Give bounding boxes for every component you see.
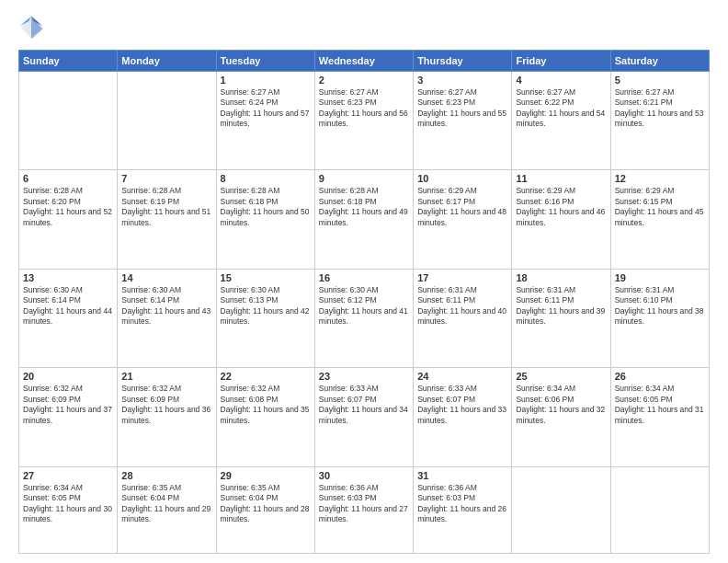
calendar-cell: 16Sunrise: 6:30 AM Sunset: 6:12 PM Dayli… <box>314 269 413 367</box>
calendar-cell: 7Sunrise: 6:28 AM Sunset: 6:19 PM Daylig… <box>118 170 216 269</box>
calendar-cell: 15Sunrise: 6:30 AM Sunset: 6:13 PM Dayli… <box>216 269 314 367</box>
day-info: Sunrise: 6:30 AM Sunset: 6:13 PM Dayligh… <box>221 285 311 327</box>
calendar-header-saturday: Saturday <box>610 51 709 72</box>
calendar-cell: 23Sunrise: 6:33 AM Sunset: 6:07 PM Dayli… <box>314 368 413 466</box>
calendar-cell: 5Sunrise: 6:27 AM Sunset: 6:21 PM Daylig… <box>610 72 709 170</box>
day-number: 7 <box>121 173 211 184</box>
calendar-cell: 6Sunrise: 6:28 AM Sunset: 6:20 PM Daylig… <box>19 170 118 269</box>
day-number: 2 <box>319 75 409 86</box>
day-info: Sunrise: 6:28 AM Sunset: 6:18 PM Dayligh… <box>319 186 409 228</box>
calendar-header-friday: Friday <box>512 51 610 72</box>
calendar-week-row: 13Sunrise: 6:30 AM Sunset: 6:14 PM Dayli… <box>19 269 710 367</box>
day-info: Sunrise: 6:36 AM Sunset: 6:03 PM Dayligh… <box>417 483 507 525</box>
calendar-cell <box>19 72 118 170</box>
day-number: 26 <box>615 371 705 382</box>
day-number: 3 <box>417 75 507 86</box>
day-info: Sunrise: 6:32 AM Sunset: 6:08 PM Dayligh… <box>221 384 311 426</box>
day-number: 14 <box>121 272 211 283</box>
calendar-header-monday: Monday <box>118 51 216 72</box>
day-number: 16 <box>319 272 409 283</box>
calendar-cell: 31Sunrise: 6:36 AM Sunset: 6:03 PM Dayli… <box>414 466 512 553</box>
day-info: Sunrise: 6:28 AM Sunset: 6:18 PM Dayligh… <box>221 186 311 228</box>
day-info: Sunrise: 6:29 AM Sunset: 6:16 PM Dayligh… <box>516 186 606 228</box>
calendar-week-row: 20Sunrise: 6:32 AM Sunset: 6:09 PM Dayli… <box>19 368 710 466</box>
day-number: 15 <box>221 272 311 283</box>
calendar-cell: 20Sunrise: 6:32 AM Sunset: 6:09 PM Dayli… <box>19 368 118 466</box>
calendar-cell <box>118 72 216 170</box>
calendar-cell: 8Sunrise: 6:28 AM Sunset: 6:18 PM Daylig… <box>216 170 314 269</box>
day-info: Sunrise: 6:27 AM Sunset: 6:23 PM Dayligh… <box>417 87 507 130</box>
day-info: Sunrise: 6:33 AM Sunset: 6:07 PM Dayligh… <box>417 384 507 426</box>
day-number: 19 <box>615 272 705 283</box>
day-info: Sunrise: 6:29 AM Sunset: 6:15 PM Dayligh… <box>615 186 705 228</box>
day-number: 5 <box>615 75 705 86</box>
day-number: 13 <box>23 272 113 283</box>
day-number: 18 <box>516 272 606 283</box>
day-info: Sunrise: 6:31 AM Sunset: 6:10 PM Dayligh… <box>615 285 705 327</box>
day-number: 6 <box>23 173 113 184</box>
day-info: Sunrise: 6:27 AM Sunset: 6:22 PM Dayligh… <box>516 87 606 130</box>
day-number: 9 <box>319 173 409 184</box>
day-info: Sunrise: 6:28 AM Sunset: 6:19 PM Dayligh… <box>121 186 211 228</box>
calendar-cell: 22Sunrise: 6:32 AM Sunset: 6:08 PM Dayli… <box>216 368 314 466</box>
calendar-header-thursday: Thursday <box>414 51 512 72</box>
day-info: Sunrise: 6:29 AM Sunset: 6:17 PM Dayligh… <box>417 186 507 228</box>
calendar-cell: 1Sunrise: 6:27 AM Sunset: 6:24 PM Daylig… <box>216 72 314 170</box>
calendar-cell: 27Sunrise: 6:34 AM Sunset: 6:05 PM Dayli… <box>19 466 118 553</box>
calendar-week-row: 1Sunrise: 6:27 AM Sunset: 6:24 PM Daylig… <box>19 72 710 170</box>
day-number: 11 <box>516 173 606 184</box>
calendar-cell: 2Sunrise: 6:27 AM Sunset: 6:23 PM Daylig… <box>314 72 413 170</box>
calendar-cell: 25Sunrise: 6:34 AM Sunset: 6:06 PM Dayli… <box>512 368 610 466</box>
day-number: 29 <box>221 470 311 481</box>
calendar-cell: 10Sunrise: 6:29 AM Sunset: 6:17 PM Dayli… <box>414 170 512 269</box>
day-number: 27 <box>23 470 113 481</box>
day-info: Sunrise: 6:27 AM Sunset: 6:24 PM Dayligh… <box>221 87 311 130</box>
calendar-cell: 19Sunrise: 6:31 AM Sunset: 6:10 PM Dayli… <box>610 269 709 367</box>
calendar-cell: 21Sunrise: 6:32 AM Sunset: 6:09 PM Dayli… <box>118 368 216 466</box>
header <box>18 15 710 40</box>
calendar-header-sunday: Sunday <box>19 51 118 72</box>
day-info: Sunrise: 6:35 AM Sunset: 6:04 PM Dayligh… <box>121 483 211 525</box>
day-info: Sunrise: 6:33 AM Sunset: 6:07 PM Dayligh… <box>319 384 409 426</box>
day-info: Sunrise: 6:27 AM Sunset: 6:21 PM Dayligh… <box>615 87 705 130</box>
calendar-header-row: SundayMondayTuesdayWednesdayThursdayFrid… <box>19 51 710 72</box>
day-number: 22 <box>221 371 311 382</box>
day-info: Sunrise: 6:34 AM Sunset: 6:05 PM Dayligh… <box>615 384 705 426</box>
day-info: Sunrise: 6:28 AM Sunset: 6:20 PM Dayligh… <box>23 186 113 228</box>
calendar-cell: 30Sunrise: 6:36 AM Sunset: 6:03 PM Dayli… <box>314 466 413 553</box>
calendar-cell: 29Sunrise: 6:35 AM Sunset: 6:04 PM Dayli… <box>216 466 314 553</box>
day-number: 21 <box>121 371 211 382</box>
day-info: Sunrise: 6:36 AM Sunset: 6:03 PM Dayligh… <box>319 483 409 525</box>
calendar-cell: 14Sunrise: 6:30 AM Sunset: 6:14 PM Dayli… <box>118 269 216 367</box>
day-info: Sunrise: 6:34 AM Sunset: 6:05 PM Dayligh… <box>23 483 113 525</box>
day-info: Sunrise: 6:31 AM Sunset: 6:11 PM Dayligh… <box>417 285 507 327</box>
calendar: SundayMondayTuesdayWednesdayThursdayFrid… <box>18 50 710 554</box>
calendar-header-tuesday: Tuesday <box>216 51 314 72</box>
svg-marker-1 <box>31 16 43 39</box>
day-info: Sunrise: 6:32 AM Sunset: 6:09 PM Dayligh… <box>23 384 113 426</box>
calendar-week-row: 6Sunrise: 6:28 AM Sunset: 6:20 PM Daylig… <box>19 170 710 269</box>
calendar-cell: 3Sunrise: 6:27 AM Sunset: 6:23 PM Daylig… <box>414 72 512 170</box>
day-number: 1 <box>221 75 311 86</box>
calendar-cell: 18Sunrise: 6:31 AM Sunset: 6:11 PM Dayli… <box>512 269 610 367</box>
day-info: Sunrise: 6:31 AM Sunset: 6:11 PM Dayligh… <box>516 285 606 327</box>
calendar-cell: 11Sunrise: 6:29 AM Sunset: 6:16 PM Dayli… <box>512 170 610 269</box>
calendar-cell: 4Sunrise: 6:27 AM Sunset: 6:22 PM Daylig… <box>512 72 610 170</box>
calendar-cell: 26Sunrise: 6:34 AM Sunset: 6:05 PM Dayli… <box>610 368 709 466</box>
day-number: 28 <box>121 470 211 481</box>
calendar-week-row: 27Sunrise: 6:34 AM Sunset: 6:05 PM Dayli… <box>19 466 710 553</box>
calendar-header-wednesday: Wednesday <box>314 51 413 72</box>
day-info: Sunrise: 6:30 AM Sunset: 6:14 PM Dayligh… <box>121 285 211 327</box>
page: SundayMondayTuesdayWednesdayThursdayFrid… <box>0 0 728 563</box>
day-number: 30 <box>319 470 409 481</box>
day-info: Sunrise: 6:34 AM Sunset: 6:06 PM Dayligh… <box>516 384 606 426</box>
calendar-cell: 13Sunrise: 6:30 AM Sunset: 6:14 PM Dayli… <box>19 269 118 367</box>
day-number: 17 <box>417 272 507 283</box>
calendar-cell: 9Sunrise: 6:28 AM Sunset: 6:18 PM Daylig… <box>314 170 413 269</box>
day-number: 10 <box>417 173 507 184</box>
day-info: Sunrise: 6:35 AM Sunset: 6:04 PM Dayligh… <box>221 483 311 525</box>
day-number: 4 <box>516 75 606 86</box>
day-number: 12 <box>615 173 705 184</box>
day-number: 23 <box>319 371 409 382</box>
calendar-cell: 24Sunrise: 6:33 AM Sunset: 6:07 PM Dayli… <box>414 368 512 466</box>
